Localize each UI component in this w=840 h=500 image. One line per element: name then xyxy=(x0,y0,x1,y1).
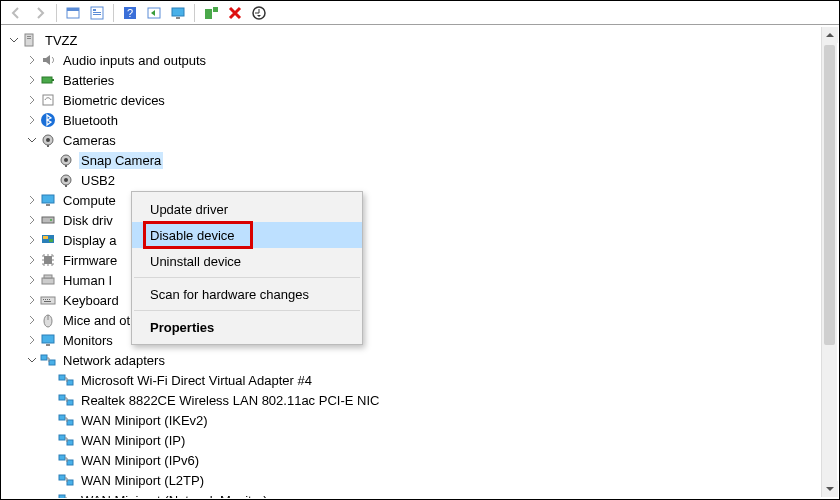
svg-rect-64 xyxy=(59,495,65,498)
tree-category-label: Human I xyxy=(61,272,114,289)
svg-rect-36 xyxy=(49,239,53,242)
refresh-button[interactable] xyxy=(86,3,108,23)
svg-rect-41 xyxy=(43,299,44,300)
context-menu-item-label: Disable device xyxy=(150,228,235,243)
context-menu-item[interactable]: Scan for hardware changes xyxy=(132,281,362,307)
context-menu: Update driverDisable deviceUninstall dev… xyxy=(131,191,363,345)
svg-rect-58 xyxy=(59,435,65,440)
context-menu-item-label: Uninstall device xyxy=(150,254,241,269)
expand-toggle[interactable] xyxy=(26,274,38,286)
tree-category-label: Network adapters xyxy=(61,352,167,369)
svg-rect-23 xyxy=(47,145,49,147)
context-menu-item-label: Properties xyxy=(150,320,214,335)
monitor-icon xyxy=(40,192,56,208)
expand-toggle[interactable] xyxy=(8,34,20,46)
svg-rect-9 xyxy=(172,8,184,16)
tree-device-label: Microsoft Wi-Fi Direct Virtual Adapter #… xyxy=(79,372,314,389)
svg-rect-19 xyxy=(43,95,53,105)
expand-toggle[interactable] xyxy=(26,354,38,366)
svg-rect-48 xyxy=(42,335,54,343)
context-menu-item[interactable]: Disable device xyxy=(132,222,362,248)
vertical-scrollbar[interactable] xyxy=(821,27,837,497)
expand-toggle[interactable] xyxy=(26,314,38,326)
net-icon xyxy=(58,372,74,388)
svg-point-28 xyxy=(64,178,68,182)
expand-toggle[interactable] xyxy=(26,114,38,126)
tree-category-network[interactable]: Network adapters xyxy=(8,350,838,370)
tree-device[interactable]: USB2 xyxy=(8,170,838,190)
forward-button[interactable] xyxy=(29,3,51,23)
svg-rect-18 xyxy=(52,79,54,81)
expand-toggle[interactable] xyxy=(26,234,38,246)
expand-toggle[interactable] xyxy=(26,54,38,66)
tree-root[interactable]: TVZZ xyxy=(8,30,838,50)
scroll-up-arrow[interactable] xyxy=(822,27,838,43)
tree-category-audio[interactable]: Audio inputs and outputs xyxy=(8,50,838,70)
svg-rect-53 xyxy=(67,380,73,385)
expand-toggle[interactable] xyxy=(26,214,38,226)
expand-toggle[interactable] xyxy=(26,94,38,106)
svg-point-33 xyxy=(50,219,52,221)
display-icon xyxy=(40,232,56,248)
back-button[interactable] xyxy=(5,3,27,23)
show-hidden-button[interactable] xyxy=(62,3,84,23)
tree-device[interactable]: WAN Miniport (IPv6) xyxy=(8,450,838,470)
net-icon xyxy=(58,452,74,468)
update-button[interactable] xyxy=(248,3,270,23)
tree-category-label: Firmware xyxy=(61,252,119,269)
tree-category-cameras[interactable]: Cameras xyxy=(8,130,838,150)
svg-rect-26 xyxy=(65,165,67,167)
net-icon xyxy=(58,492,74,498)
hid-icon xyxy=(40,272,56,288)
tree-category-biometric[interactable]: Biometric devices xyxy=(8,90,838,110)
device-tree[interactable]: TVZZAudio inputs and outputsBatteriesBio… xyxy=(2,26,838,498)
svg-rect-16 xyxy=(27,38,31,39)
tree-device[interactable]: Microsoft Wi-Fi Direct Virtual Adapter #… xyxy=(8,370,838,390)
expand-toggle[interactable] xyxy=(26,294,38,306)
tree-device[interactable]: WAN Miniport (IKEv2) xyxy=(8,410,838,430)
expand-toggle[interactable] xyxy=(26,194,38,206)
display-button[interactable] xyxy=(167,3,189,23)
scroll-down-arrow[interactable] xyxy=(822,481,838,497)
tree-device[interactable]: Snap Camera xyxy=(8,150,838,170)
expand-toggle[interactable] xyxy=(26,134,38,146)
scrollbar-thumb[interactable] xyxy=(824,45,835,345)
context-menu-separator xyxy=(134,277,360,278)
svg-rect-62 xyxy=(59,475,65,480)
svg-rect-57 xyxy=(67,420,73,425)
svg-rect-43 xyxy=(47,299,48,300)
tree-category-bluetooth[interactable]: Bluetooth xyxy=(8,110,838,130)
tree-device[interactable]: WAN Miniport (IP) xyxy=(8,430,838,450)
tree-device[interactable]: Realtek 8822CE Wireless LAN 802.11ac PCI… xyxy=(8,390,838,410)
tree-device-label: WAN Miniport (L2TP) xyxy=(79,472,206,489)
svg-point-25 xyxy=(64,158,68,162)
tree-category-label: Display a xyxy=(61,232,118,249)
context-menu-item[interactable]: Properties xyxy=(132,314,362,340)
svg-rect-49 xyxy=(46,344,50,346)
expand-toggle[interactable] xyxy=(26,254,38,266)
help-button[interactable]: ? xyxy=(119,3,141,23)
tree-category-battery[interactable]: Batteries xyxy=(8,70,838,90)
disk-icon xyxy=(40,212,56,228)
svg-rect-54 xyxy=(59,395,65,400)
tree-category-label: Bluetooth xyxy=(61,112,120,129)
add-hardware-button[interactable] xyxy=(200,3,222,23)
svg-rect-1 xyxy=(67,8,79,11)
expand-toggle[interactable] xyxy=(26,334,38,346)
svg-rect-42 xyxy=(45,299,46,300)
remove-button[interactable] xyxy=(224,3,246,23)
context-menu-item[interactable]: Uninstall device xyxy=(132,248,362,274)
svg-rect-38 xyxy=(42,278,54,284)
computer-icon xyxy=(22,32,38,48)
keyboard-icon xyxy=(40,292,56,308)
chip-icon xyxy=(40,252,56,268)
toolbar: ? xyxy=(1,1,839,25)
action-button[interactable] xyxy=(143,3,165,23)
svg-rect-30 xyxy=(42,195,54,203)
tree-device[interactable]: WAN Miniport (Network Monitor) xyxy=(8,490,838,498)
expand-toggle[interactable] xyxy=(26,74,38,86)
svg-rect-59 xyxy=(67,440,73,445)
svg-rect-15 xyxy=(27,36,31,37)
context-menu-item[interactable]: Update driver xyxy=(132,196,362,222)
tree-device[interactable]: WAN Miniport (L2TP) xyxy=(8,470,838,490)
